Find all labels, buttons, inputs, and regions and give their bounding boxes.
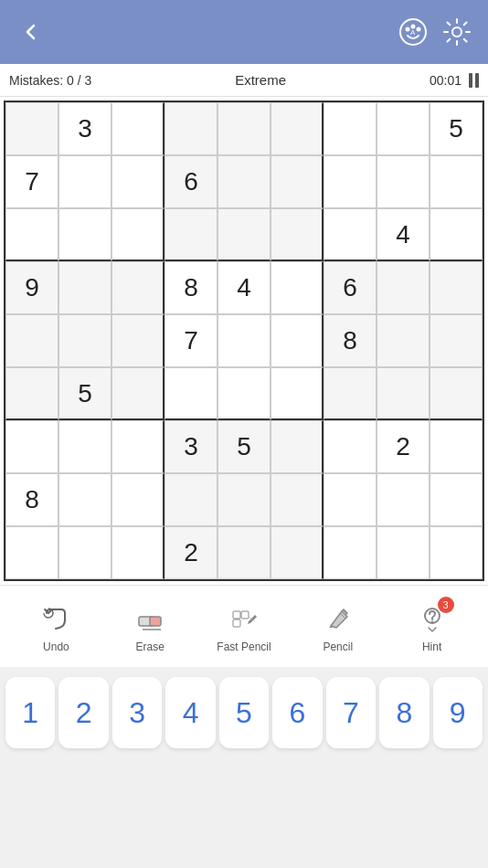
cell-1-7[interactable] xyxy=(377,155,430,208)
cell-5-4[interactable] xyxy=(217,367,271,420)
cell-0-0[interactable] xyxy=(5,102,58,155)
cell-6-7[interactable]: 2 xyxy=(377,420,430,473)
cell-6-3[interactable]: 3 xyxy=(164,420,217,473)
cell-0-4[interactable] xyxy=(217,102,271,155)
cell-7-8[interactable] xyxy=(430,473,483,526)
cell-3-2[interactable] xyxy=(111,261,164,314)
cell-1-0[interactable]: 7 xyxy=(5,155,58,208)
cell-8-8[interactable] xyxy=(430,526,483,579)
num-btn-8[interactable]: 8 xyxy=(379,677,429,748)
cell-6-5[interactable] xyxy=(271,420,324,473)
palette-button[interactable]: A xyxy=(397,16,430,48)
cell-4-0[interactable] xyxy=(5,314,58,367)
num-btn-1[interactable]: 1 xyxy=(5,677,55,748)
svg-rect-10 xyxy=(233,611,240,619)
cell-8-4[interactable] xyxy=(217,526,271,579)
cell-5-7[interactable] xyxy=(377,367,430,420)
cell-0-6[interactable] xyxy=(324,102,377,155)
undo-button[interactable]: Undo xyxy=(24,600,88,653)
cell-2-6[interactable] xyxy=(324,208,377,261)
cell-6-8[interactable] xyxy=(430,420,483,473)
cell-3-4[interactable]: 4 xyxy=(217,261,271,314)
cell-1-3[interactable]: 6 xyxy=(164,155,217,208)
erase-button[interactable]: Erase xyxy=(118,600,182,653)
cell-7-7[interactable] xyxy=(377,473,430,526)
cell-1-1[interactable] xyxy=(58,155,111,208)
num-btn-2[interactable]: 2 xyxy=(58,677,108,748)
cell-0-1[interactable]: 3 xyxy=(58,102,111,155)
cell-2-1[interactable] xyxy=(58,208,111,261)
cell-4-5[interactable] xyxy=(271,314,324,367)
cell-1-5[interactable] xyxy=(271,155,324,208)
back-button[interactable] xyxy=(15,16,48,48)
cell-3-0[interactable]: 9 xyxy=(5,261,58,314)
cell-2-2[interactable] xyxy=(111,208,164,261)
cell-8-1[interactable] xyxy=(58,526,111,579)
cell-5-0[interactable] xyxy=(5,367,58,420)
cell-4-4[interactable] xyxy=(217,314,271,367)
cell-7-6[interactable] xyxy=(324,473,377,526)
cell-6-1[interactable] xyxy=(58,420,111,473)
num-btn-9[interactable]: 9 xyxy=(433,677,483,748)
cell-3-7[interactable] xyxy=(377,261,430,314)
cell-2-0[interactable] xyxy=(5,208,58,261)
cell-7-1[interactable] xyxy=(58,473,111,526)
cell-8-5[interactable] xyxy=(271,526,324,579)
cell-7-4[interactable] xyxy=(217,473,271,526)
cell-4-2[interactable] xyxy=(111,314,164,367)
settings-button[interactable] xyxy=(440,16,473,48)
cell-1-6[interactable] xyxy=(324,155,377,208)
cell-5-1[interactable]: 5 xyxy=(58,367,111,420)
cell-1-4[interactable] xyxy=(217,155,271,208)
cell-2-5[interactable] xyxy=(271,208,324,261)
cell-2-8[interactable] xyxy=(430,208,483,261)
cell-1-2[interactable] xyxy=(111,155,164,208)
cell-3-5[interactable] xyxy=(271,261,324,314)
cell-0-3[interactable] xyxy=(164,102,217,155)
cell-0-2[interactable] xyxy=(111,102,164,155)
num-btn-6[interactable]: 6 xyxy=(272,677,322,748)
cell-7-0[interactable]: 8 xyxy=(5,473,58,526)
num-btn-4[interactable]: 4 xyxy=(165,677,215,748)
cell-2-7[interactable]: 4 xyxy=(377,208,430,261)
hint-button[interactable]: 3 Hint xyxy=(400,600,464,653)
cell-5-2[interactable] xyxy=(111,367,164,420)
cell-5-6[interactable] xyxy=(324,367,377,420)
num-btn-5[interactable]: 5 xyxy=(219,677,269,748)
cell-6-2[interactable] xyxy=(111,420,164,473)
cell-4-1[interactable] xyxy=(58,314,111,367)
cell-4-6[interactable]: 8 xyxy=(324,314,377,367)
pencil-button[interactable]: Pencil xyxy=(306,600,370,653)
cell-8-3[interactable]: 2 xyxy=(164,526,217,579)
cell-4-8[interactable] xyxy=(430,314,483,367)
fast-pencil-button[interactable]: Fast Pencil xyxy=(212,600,276,653)
cell-4-3[interactable]: 7 xyxy=(164,314,217,367)
num-btn-3[interactable]: 3 xyxy=(112,677,162,748)
num-btn-7[interactable]: 7 xyxy=(326,677,376,748)
cell-8-0[interactable] xyxy=(5,526,58,579)
cell-6-4[interactable]: 5 xyxy=(217,420,271,473)
cell-6-0[interactable] xyxy=(5,420,58,473)
cell-8-6[interactable] xyxy=(324,526,377,579)
cell-0-7[interactable] xyxy=(377,102,430,155)
pause-button[interactable] xyxy=(469,73,479,88)
cell-7-2[interactable] xyxy=(111,473,164,526)
cell-4-7[interactable] xyxy=(377,314,430,367)
cell-3-3[interactable]: 8 xyxy=(164,261,217,314)
cell-0-8[interactable]: 5 xyxy=(430,102,483,155)
cell-5-8[interactable] xyxy=(430,367,483,420)
cell-7-5[interactable] xyxy=(271,473,324,526)
cell-2-4[interactable] xyxy=(217,208,271,261)
cell-7-3[interactable] xyxy=(164,473,217,526)
cell-3-6[interactable]: 6 xyxy=(324,261,377,314)
cell-5-3[interactable] xyxy=(164,367,217,420)
cell-6-6[interactable] xyxy=(324,420,377,473)
cell-0-5[interactable] xyxy=(271,102,324,155)
cell-3-1[interactable] xyxy=(58,261,111,314)
cell-8-2[interactable] xyxy=(111,526,164,579)
cell-8-7[interactable] xyxy=(377,526,430,579)
cell-2-3[interactable] xyxy=(164,208,217,261)
cell-5-5[interactable] xyxy=(271,367,324,420)
cell-1-8[interactable] xyxy=(430,155,483,208)
cell-3-8[interactable] xyxy=(430,261,483,314)
